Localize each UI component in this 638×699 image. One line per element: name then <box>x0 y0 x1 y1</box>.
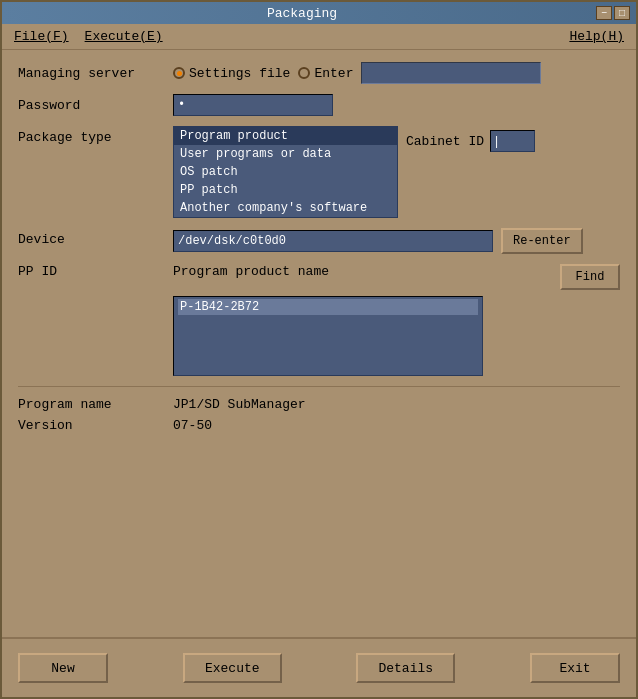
divider <box>18 386 620 387</box>
package-type-label: Package type <box>18 126 173 145</box>
reenter-button[interactable]: Re-enter <box>501 228 583 254</box>
window-title: Packaging <box>8 6 596 21</box>
password-row: Password <box>18 94 620 116</box>
package-option-3[interactable]: PP patch <box>174 181 397 199</box>
radio-settings-text: Settings file <box>189 66 290 81</box>
radio-enter-label[interactable]: Enter <box>298 66 353 81</box>
maximize-button[interactable]: □ <box>614 6 630 20</box>
pp-list-box[interactable]: P-1B42-2B72 <box>173 296 483 376</box>
password-label: Password <box>18 94 173 113</box>
device-row: Device Re-enter <box>18 228 620 254</box>
main-window: Packaging − □ File(F) Execute(E) Help(H)… <box>0 0 638 699</box>
password-controls <box>173 94 620 116</box>
package-option-2[interactable]: OS patch <box>174 163 397 181</box>
details-button[interactable]: Details <box>356 653 455 683</box>
managing-server-controls: Settings file Enter <box>173 62 620 84</box>
menu-bar: File(F) Execute(E) Help(H) <box>2 24 636 50</box>
device-controls: Re-enter <box>173 228 620 254</box>
execute-menu[interactable]: Execute(E) <box>77 27 171 46</box>
program-name-row: Program name JP1/SD SubManager <box>18 397 620 412</box>
radio-group-server: Settings file Enter <box>173 66 353 81</box>
package-option-4[interactable]: Another company's software <box>174 199 397 217</box>
package-option-1[interactable]: User programs or data <box>174 145 397 163</box>
version-row: Version 07-50 <box>18 418 620 433</box>
new-button[interactable]: New <box>18 653 108 683</box>
device-input[interactable] <box>173 230 493 252</box>
pp-id-name: Program product name <box>173 264 560 279</box>
pp-id-label: PP ID <box>18 264 173 279</box>
version-label: Version <box>18 418 173 433</box>
pp-id-row: PP ID Program product name Find <box>18 264 620 290</box>
cabinet-id-input[interactable] <box>490 130 535 152</box>
help-menu[interactable]: Help(H) <box>561 27 632 46</box>
radio-settings-label[interactable]: Settings file <box>173 66 290 81</box>
pp-list-item-0[interactable]: P-1B42-2B72 <box>178 299 478 315</box>
device-label: Device <box>18 228 173 247</box>
cabinet-id-label: Cabinet ID <box>406 134 484 149</box>
radio-settings-btn[interactable] <box>173 67 185 79</box>
server-input[interactable] <box>361 62 541 84</box>
program-name-value: JP1/SD SubManager <box>173 397 306 412</box>
form-content: Managing server Settings file Enter Pass… <box>2 50 636 637</box>
package-type-dropdown[interactable]: Program product User programs or data OS… <box>173 126 398 218</box>
package-option-0[interactable]: Program product <box>174 127 397 145</box>
title-bar-controls: − □ <box>596 6 630 20</box>
password-field[interactable] <box>173 94 333 116</box>
managing-server-label: Managing server <box>18 62 173 81</box>
program-name-label: Program name <box>18 397 173 412</box>
footer: New Execute Details Exit <box>2 637 636 697</box>
find-button[interactable]: Find <box>560 264 620 290</box>
package-type-controls: Program product User programs or data OS… <box>173 126 620 218</box>
radio-enter-btn[interactable] <box>298 67 310 79</box>
managing-server-row: Managing server Settings file Enter <box>18 62 620 84</box>
minimize-button[interactable]: − <box>596 6 612 20</box>
title-bar: Packaging − □ <box>2 2 636 24</box>
radio-enter-text: Enter <box>314 66 353 81</box>
file-menu[interactable]: File(F) <box>6 27 77 46</box>
exit-button[interactable]: Exit <box>530 653 620 683</box>
package-type-row: Package type Program product User progra… <box>18 126 620 218</box>
cabinet-id-container: Cabinet ID <box>406 130 535 152</box>
version-value: 07-50 <box>173 418 212 433</box>
execute-button[interactable]: Execute <box>183 653 282 683</box>
